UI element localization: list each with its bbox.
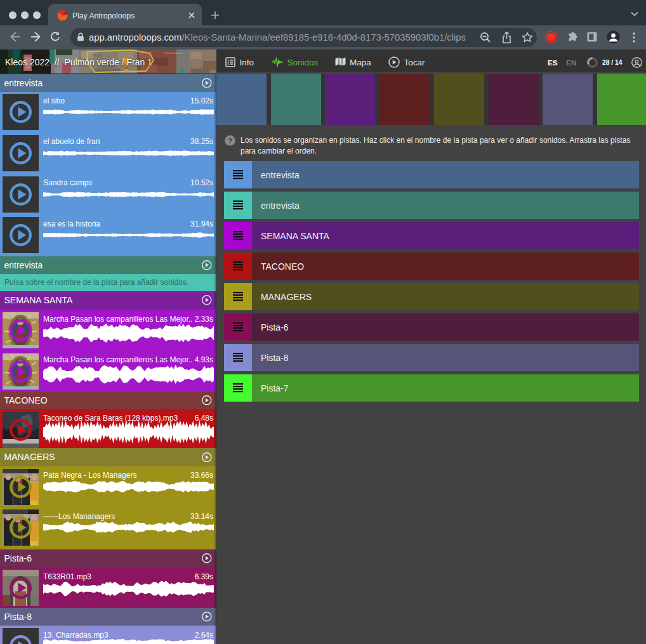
svg-text:?: ? xyxy=(228,137,232,145)
